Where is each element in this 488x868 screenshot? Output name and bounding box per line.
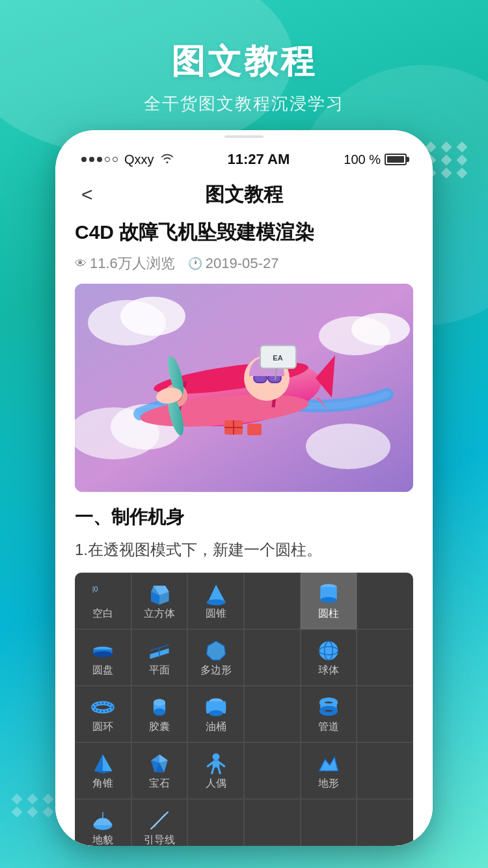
tool-cube[interactable]: 立方体: [131, 573, 188, 629]
article-image: EA: [75, 284, 413, 492]
tool-empty10: [244, 799, 301, 846]
tool-cylinder[interactable]: 圆柱: [301, 573, 357, 629]
tool-terrain[interactable]: 地形: [301, 742, 357, 799]
clock-icon: 🕐: [188, 256, 202, 271]
tool-polygon[interactable]: 多边形: [187, 629, 244, 686]
signal-dot-3: [97, 157, 102, 162]
phone-inner: Qxxy 11:27 AM 100 %: [55, 130, 433, 846]
eye-icon: 👁: [75, 257, 87, 271]
tool-blank[interactable]: |0 空白: [75, 573, 131, 629]
tool-empty3: [244, 629, 301, 686]
meta-views: 👁 11.6万人浏览: [75, 254, 175, 273]
svg-point-2: [120, 297, 185, 336]
svg-rect-72: [212, 761, 219, 768]
tool-torus[interactable]: 圆环: [75, 686, 131, 742]
svg-point-58: [209, 711, 223, 716]
signal-dot-4: [105, 157, 110, 162]
svg-point-39: [320, 597, 336, 603]
svg-point-36: [206, 600, 225, 606]
tool-pipe[interactable]: 管道: [301, 686, 357, 742]
meta-date: 🕐 2019-05-27: [188, 255, 279, 272]
page-header: 图文教程 全干货图文教程沉浸学习: [0, 0, 488, 135]
svg-point-42: [94, 651, 113, 657]
tool-gem[interactable]: 宝石: [131, 742, 188, 799]
battery-icon: [385, 154, 407, 165]
tool-empty7: [244, 742, 301, 799]
signal-dots: [81, 157, 118, 162]
tool-empty6: [357, 686, 413, 742]
nav-bar: < 图文教程: [55, 174, 433, 219]
tool-empty2: [357, 573, 413, 629]
svg-point-63: [321, 708, 336, 714]
article-date: 2019-05-27: [206, 255, 279, 272]
svg-line-73: [208, 763, 212, 766]
svg-point-59: [321, 700, 336, 706]
tool-sphere[interactable]: 球体: [301, 629, 357, 686]
svg-point-71: [212, 753, 219, 761]
tool-plane[interactable]: 平面: [131, 629, 188, 686]
article-meta: 👁 11.6万人浏览 🕐 2019-05-27: [75, 254, 413, 273]
status-bar: Qxxy 11:27 AM 100 %: [55, 138, 433, 174]
svg-line-75: [211, 768, 213, 774]
battery-fill: [387, 156, 404, 163]
tool-grid-container: |0 空白 立方体: [75, 573, 413, 846]
tool-empty5: [244, 686, 301, 742]
svg-text:|0: |0: [92, 586, 98, 593]
carrier-name: Qxxy: [124, 152, 154, 167]
tool-barrel[interactable]: 油桶: [187, 686, 244, 742]
page-subtitle: 全干货图文教程沉浸学习: [26, 92, 462, 115]
signal-dot-2: [89, 157, 94, 162]
phone-frame: Qxxy 11:27 AM 100 %: [55, 130, 433, 846]
views-count: 11.6万人浏览: [90, 254, 175, 273]
svg-line-81: [151, 813, 167, 829]
svg-text:EA: EA: [273, 354, 282, 362]
tool-pyramid[interactable]: 角锥: [75, 742, 131, 799]
tool-empty11: [301, 799, 357, 846]
tool-empty1: [244, 573, 301, 629]
svg-rect-23: [247, 424, 262, 435]
svg-line-74: [219, 763, 224, 766]
tool-empty12: [357, 799, 413, 846]
content-area: C4D 故障飞机坠毁建模渲染 👁 11.6万人浏览 🕐 2019-05-27: [55, 219, 433, 846]
page-title: 图文教程: [26, 39, 462, 85]
battery-percent: 100 %: [344, 152, 381, 167]
tool-cone[interactable]: 圆锥: [187, 573, 244, 629]
svg-point-48: [319, 642, 338, 660]
tool-landscape[interactable]: 地貌: [75, 799, 131, 846]
back-button[interactable]: <: [75, 181, 100, 208]
tool-empty4: [357, 629, 413, 686]
signal-dot-5: [113, 157, 118, 162]
wifi-icon: [161, 153, 174, 167]
tool-empty9: [187, 799, 244, 846]
tool-empty8: [357, 742, 413, 799]
tool-disc[interactable]: 圆盘: [75, 629, 131, 686]
tool-grid: |0 空白 立方体: [75, 573, 413, 846]
article-title: C4D 故障飞机坠毁建模渲染: [75, 219, 413, 246]
signal-dot-1: [81, 157, 87, 162]
svg-marker-65: [95, 755, 103, 774]
svg-point-55: [154, 709, 165, 716]
tool-capsule[interactable]: 胶囊: [131, 686, 188, 742]
svg-point-54: [154, 699, 165, 707]
section-text: 1.在透视图模式下，新建一个圆柱。: [75, 537, 413, 562]
svg-marker-66: [95, 771, 113, 774]
status-right: 100 %: [344, 152, 407, 167]
status-left: Qxxy: [81, 152, 174, 167]
svg-point-4: [351, 313, 410, 346]
tool-guide[interactable]: 引导线: [131, 799, 188, 846]
tool-figure[interactable]: 人偶: [187, 742, 244, 799]
time-display: 11:27 AM: [228, 151, 290, 168]
phone-container: Qxxy 11:27 AM 100 %: [55, 130, 433, 846]
section-title: 一、制作机身: [75, 505, 413, 530]
svg-point-7: [306, 424, 390, 469]
svg-line-76: [218, 768, 220, 774]
nav-title: 图文教程: [205, 182, 283, 208]
